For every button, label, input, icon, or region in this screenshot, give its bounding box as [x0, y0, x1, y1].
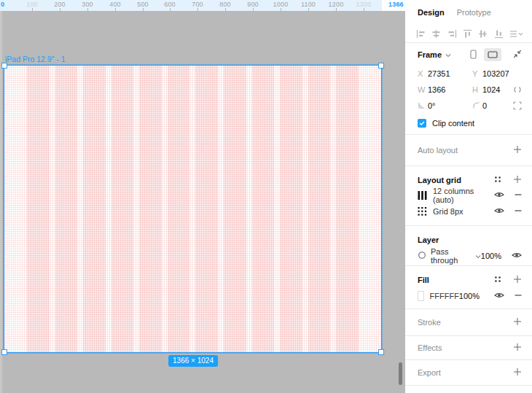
independent-corners-icon[interactable] — [513, 101, 522, 110]
resize-to-fit-icon[interactable] — [513, 50, 522, 60]
fill-opacity-input[interactable]: 100% — [459, 292, 480, 300]
ruler-tick-label: 300 — [82, 1, 93, 8]
fill-color-swatch[interactable] — [418, 291, 424, 301]
selection-handle-top-right[interactable] — [378, 63, 384, 69]
constrain-proportions-icon[interactable] — [513, 85, 522, 94]
grid-styles-icon[interactable] — [493, 175, 502, 185]
ruler-tick-label: 100 — [26, 1, 38, 8]
y-label: Y — [472, 69, 482, 78]
auto-layout-title: Auto layout — [418, 146, 458, 155]
tab-design[interactable]: Design — [418, 8, 445, 17]
orientation-portrait-icon[interactable] — [470, 50, 477, 61]
ruler-tick-label: 400 — [109, 1, 121, 8]
ruler-tick — [87, 8, 88, 11]
selection-size-badge: 1366 × 1024 — [168, 355, 218, 367]
frame-section: Frame X27351 Y103207 W1366 H1024 0° 0 Cl… — [405, 43, 532, 135]
blend-mode-icon — [418, 251, 426, 261]
selection-handle-bottom-right[interactable] — [378, 349, 384, 355]
ruler-tick-label: 1000 — [273, 1, 289, 8]
align-vertical-center-icon[interactable] — [478, 29, 488, 39]
remove-fill-icon[interactable] — [515, 292, 522, 300]
grid-column — [27, 66, 50, 352]
ruler-selection-width-label: 1366 — [388, 1, 404, 8]
remove-grid-icon[interactable] — [515, 207, 522, 216]
remove-grid-icon[interactable] — [515, 191, 522, 200]
layout-grid-row-columns[interactable]: 12 columns (auto) — [418, 187, 522, 203]
ruler-tick — [115, 8, 116, 11]
fill-styles-icon[interactable] — [493, 275, 502, 285]
width-input[interactable]: 1366 — [428, 85, 445, 94]
grid-column — [308, 66, 331, 352]
grid-column — [139, 66, 162, 352]
add-fill-icon[interactable] — [513, 275, 522, 285]
chevron-down-icon[interactable] — [475, 252, 481, 260]
effects-title: Effects — [418, 343, 442, 352]
canvas-vertical-scrollbar[interactable] — [399, 362, 402, 385]
panel-tabs: Design Prototype — [405, 0, 532, 25]
orientation-landscape-icon[interactable] — [484, 48, 501, 61]
layer-section: Layer Pass through 100% — [405, 226, 532, 266]
canvas[interactable]: 0 100 200 300 400 500 600 700 800 900 10… — [0, 0, 405, 393]
selection-handle-bottom-left[interactable] — [1, 349, 7, 355]
add-stroke-icon[interactable] — [513, 317, 522, 327]
x-input[interactable]: 27351 — [428, 69, 450, 78]
align-top-icon[interactable] — [463, 29, 472, 39]
tab-prototype[interactable]: Prototype — [457, 8, 491, 17]
visibility-eye-icon[interactable] — [494, 207, 504, 216]
tidy-up-dropdown-icon[interactable] — [509, 29, 523, 39]
ruler-tick-label: 700 — [192, 1, 203, 8]
rotation-input[interactable]: 0° — [428, 101, 436, 110]
clip-content-label: Clip content — [432, 119, 474, 128]
rotation-icon — [418, 101, 428, 111]
columns-grid-icon — [418, 191, 427, 200]
ruler-tick-label: 800 — [219, 1, 231, 8]
ruler-origin-label: 0 — [1, 1, 4, 8]
visibility-eye-icon[interactable] — [512, 252, 522, 260]
blend-mode-select[interactable]: Pass through — [431, 247, 472, 265]
corner-radius-icon — [472, 101, 482, 111]
add-layout-grid-icon[interactable] — [513, 175, 522, 185]
align-left-icon[interactable] — [416, 29, 426, 39]
column-grid-overlay — [4, 66, 381, 352]
clip-content-checkbox[interactable] — [418, 119, 426, 128]
grid-column — [336, 66, 359, 352]
visibility-eye-icon[interactable] — [494, 292, 504, 300]
chevron-down-icon[interactable] — [445, 50, 451, 59]
grid-column — [112, 66, 134, 352]
properties-panel: Design Prototype Frame X27351 Y103207 W1… — [405, 0, 532, 393]
visibility-eye-icon[interactable] — [494, 191, 504, 200]
frame-name-label[interactable]: iPad Pro 12.9" - 1 — [5, 55, 66, 63]
layer-opacity-input[interactable]: 100% — [481, 252, 501, 260]
align-right-icon[interactable] — [447, 29, 457, 39]
ruler-tick — [32, 8, 33, 11]
height-input[interactable]: 1024 — [482, 85, 500, 94]
layout-grid-row-label: 12 columns (auto) — [433, 187, 494, 204]
height-label: H — [472, 85, 482, 94]
ruler-tick — [253, 8, 254, 11]
grid-column — [168, 66, 190, 352]
horizontal-ruler: 0 100 200 300 400 500 600 700 800 900 10… — [0, 0, 405, 11]
add-export-icon[interactable] — [513, 367, 522, 378]
ruler-tick-label: 600 — [164, 1, 176, 8]
ruler-tick — [308, 8, 309, 11]
ruler-tick — [281, 8, 281, 11]
grid-column — [195, 66, 218, 352]
layout-grid-row-label: Grid 8px — [433, 207, 463, 216]
ruler-tick — [143, 8, 144, 11]
corner-radius-input[interactable]: 0 — [482, 101, 487, 110]
align-bottom-icon[interactable] — [494, 29, 504, 39]
add-effect-icon[interactable] — [513, 343, 522, 353]
y-input[interactable]: 103207 — [482, 69, 509, 78]
add-auto-layout-icon[interactable] — [513, 145, 522, 155]
ruler-tick-label: 1300 — [356, 1, 372, 8]
frame-type-label[interactable]: Frame — [418, 50, 442, 59]
layout-grid-row-grid8[interactable]: Grid 8px — [418, 203, 522, 219]
ipad-frame[interactable] — [4, 66, 381, 352]
ruler-tick-label: 1100 — [301, 1, 316, 8]
align-horizontal-center-icon[interactable] — [431, 29, 441, 39]
square-grid-icon — [418, 207, 427, 216]
grid-column — [252, 66, 275, 352]
selection-handle-top-left[interactable] — [1, 63, 7, 69]
fill-hex-input[interactable]: FFFFFF — [430, 292, 459, 300]
grid-column — [224, 66, 246, 352]
